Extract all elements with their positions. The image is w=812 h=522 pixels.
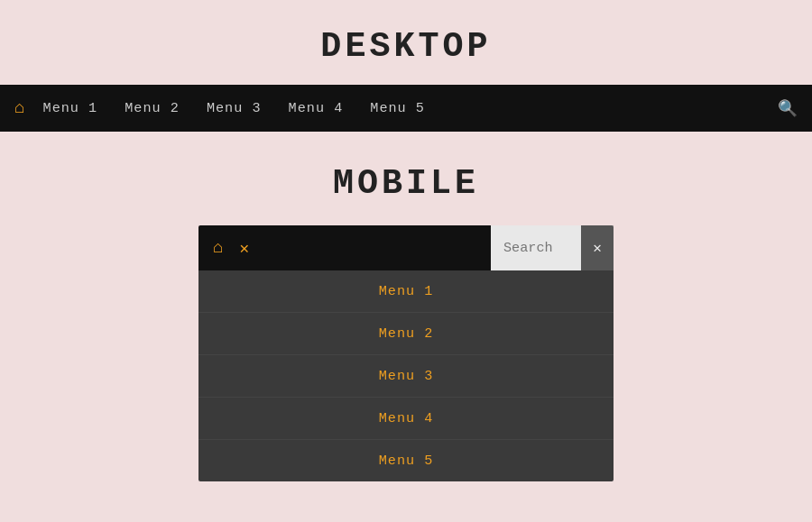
mobile-home-icon[interactable]: ⌂ [213,238,224,258]
mobile-nav-menu: Menu 1 Menu 2 Menu 3 Menu 4 Menu 5 [198,270,614,481]
mobile-menu-close-icon[interactable]: ✕ [240,239,250,258]
desktop-nav-link-4[interactable]: Menu 4 [289,100,344,116]
mobile-nav-top: ⌂ ✕ ✕ [198,225,614,270]
mobile-nav-wrapper: ⌂ ✕ ✕ Menu 1 Menu 2 Menu 3 Menu 4 Menu 5 [198,225,614,481]
mobile-nav-link-3[interactable]: Menu 3 [198,355,614,398]
mobile-search-close-icon[interactable]: ✕ [581,225,614,270]
mobile-search-input[interactable] [491,240,581,256]
mobile-nav-link-4[interactable]: Menu 4 [198,398,614,440]
mobile-title: MOBILE [0,132,812,225]
desktop-nav-link-3[interactable]: Menu 3 [207,100,262,116]
desktop-title: DESKTOP [0,0,812,85]
desktop-search-icon[interactable]: 🔍 [778,99,798,118]
desktop-nav-link-1[interactable]: Menu 1 [43,100,98,116]
desktop-nav-links: Menu 1 Menu 2 Menu 3 Menu 4 Menu 5 [43,100,778,116]
mobile-nav-link-5[interactable]: Menu 5 [198,440,614,481]
desktop-nav: ⌂ Menu 1 Menu 2 Menu 3 Menu 4 Menu 5 🔍 [0,85,812,132]
mobile-nav-link-2[interactable]: Menu 2 [198,313,614,355]
mobile-nav-left: ⌂ ✕ [198,238,491,258]
mobile-search-area: ✕ [491,225,614,270]
mobile-nav-link-1[interactable]: Menu 1 [198,270,614,313]
desktop-home-icon[interactable]: ⌂ [14,98,25,118]
desktop-nav-link-2[interactable]: Menu 2 [125,100,180,116]
desktop-nav-link-5[interactable]: Menu 5 [370,100,425,116]
